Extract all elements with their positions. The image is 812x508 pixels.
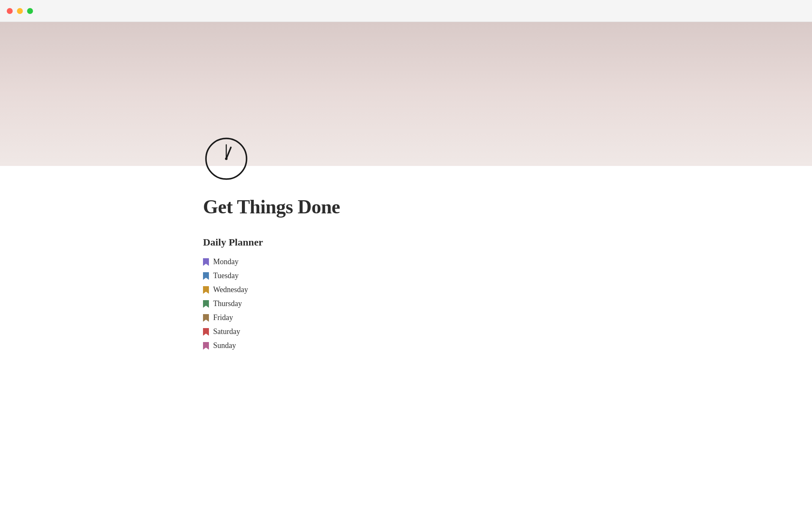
- day-item[interactable]: Thursday: [203, 297, 812, 311]
- hero-banner: [0, 22, 812, 166]
- bookmark-icon: [203, 328, 209, 336]
- bookmark-icon: [203, 286, 209, 294]
- bookmark-icon: [203, 258, 209, 266]
- day-item[interactable]: Saturday: [203, 325, 812, 339]
- day-label: Sunday: [213, 341, 236, 350]
- day-label: Friday: [213, 313, 233, 322]
- svg-line-1: [226, 147, 231, 159]
- maximize-button[interactable]: [27, 8, 33, 14]
- bookmark-icon: [203, 272, 209, 280]
- day-label: Monday: [213, 257, 239, 266]
- clock-icon: [203, 135, 250, 184]
- day-item[interactable]: Monday: [203, 255, 812, 269]
- day-label: Thursday: [213, 299, 242, 308]
- day-label: Wednesday: [213, 285, 248, 294]
- main-content: Get Things Done Daily Planner MondayTues…: [0, 166, 812, 353]
- close-button[interactable]: [7, 8, 13, 14]
- bookmark-icon: [203, 300, 209, 308]
- day-item[interactable]: Tuesday: [203, 269, 812, 283]
- bookmark-icon: [203, 314, 209, 322]
- section-title: Daily Planner: [203, 237, 812, 248]
- minimize-button[interactable]: [17, 8, 23, 14]
- day-list: MondayTuesdayWednesdayThursdayFridaySatu…: [203, 255, 812, 353]
- day-label: Tuesday: [213, 271, 239, 280]
- titlebar: [0, 0, 812, 22]
- day-item[interactable]: Wednesday: [203, 283, 812, 297]
- day-item[interactable]: Sunday: [203, 339, 812, 353]
- bookmark-icon: [203, 342, 209, 350]
- svg-point-3: [225, 157, 228, 160]
- day-label: Saturday: [213, 327, 240, 336]
- page-title: Get Things Done: [203, 196, 812, 218]
- day-item[interactable]: Friday: [203, 311, 812, 325]
